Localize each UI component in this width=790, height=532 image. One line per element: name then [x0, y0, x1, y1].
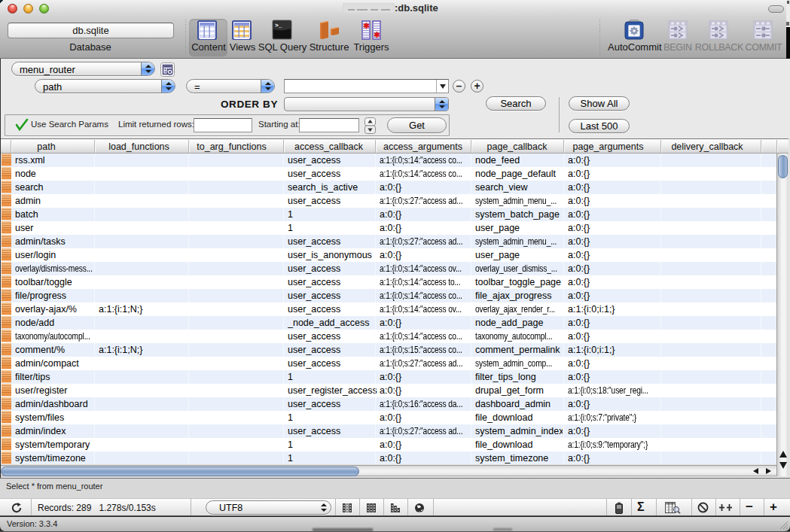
svg-text:>_: >_	[275, 22, 282, 29]
svg-text:✱: ✱	[374, 30, 380, 39]
svg-text:✱: ✱	[363, 21, 370, 30]
